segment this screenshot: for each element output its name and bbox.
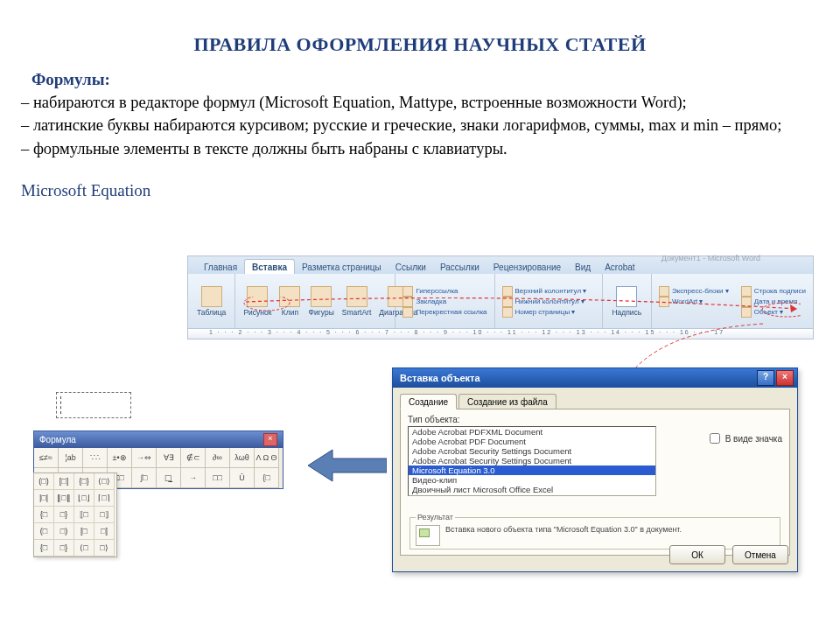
object-list-item[interactable]: Adobe Acrobat PDFXML Document (409, 427, 655, 437)
table-button[interactable]: Таблица (193, 286, 229, 317)
object-list-item[interactable]: Microsoft Equation 3.0 (409, 466, 655, 475)
formula-cell[interactable]: →⇔ (132, 448, 157, 468)
result-box: Результат Вставка нового объекта типа "M… (410, 513, 780, 550)
palette-cell[interactable]: ⟨□ (74, 540, 94, 556)
palette-cell[interactable]: [□] (54, 473, 74, 490)
formula-cell[interactable]: ∉⊂ (181, 448, 206, 468)
object-list-item[interactable]: Adobe Acrobat Security Settings Document (409, 446, 655, 456)
palette-cell[interactable]: (□) (34, 473, 54, 490)
bookmark-icon (402, 297, 413, 307)
formula-cell[interactable]: Û (230, 468, 255, 488)
dialog-tab-fromfile[interactable]: Создание из файла (458, 394, 556, 410)
bracket-palette: (□)[□]{□}⟨□⟩|□|‖□‖⌊□⌋⌈□⌉{□□}⟦□□⟧(□□)[□□]… (33, 472, 117, 557)
close-button[interactable]: × (263, 433, 277, 446)
object-button[interactable]: Объект ▾ (739, 307, 808, 318)
formula-cell[interactable]: → (181, 468, 206, 488)
textbox-button[interactable]: Надпись (608, 286, 646, 317)
equation-placeholder (56, 392, 131, 418)
tab-review[interactable]: Рецензирование (486, 260, 568, 274)
wordart-button[interactable]: WordArt ▾ (657, 297, 731, 307)
palette-cell[interactable]: ⟦□ (74, 507, 94, 523)
palette-cell[interactable]: {□ (34, 507, 54, 523)
formula-cell[interactable]: Λ Ω Θ (255, 448, 279, 468)
formula-cell[interactable]: □̲ (157, 468, 181, 488)
ms-equation-label: Microsoft Equation (0, 160, 840, 200)
header-button[interactable]: Верхний колонтитул ▾ (500, 286, 597, 297)
dialog-tab-create[interactable]: Создание (400, 394, 457, 410)
formula-cell[interactable]: ∵∴ (83, 448, 108, 468)
object-list-item[interactable]: Двоичный лист Microsoft Office Excel (409, 485, 655, 494)
shapes-button[interactable]: Фигуры (305, 286, 336, 317)
palette-cell[interactable]: [□ (74, 523, 94, 540)
palette-cell[interactable]: ‖□‖ (54, 490, 74, 507)
tab-mailings[interactable]: Рассылки (433, 260, 486, 274)
shapes-icon (311, 286, 332, 307)
object-list-item[interactable]: Диаграмма Microsoft Graph (409, 494, 655, 496)
datetime-button[interactable]: Дата и время (739, 297, 808, 307)
palette-cell[interactable]: {□} (74, 473, 94, 490)
palette-cell[interactable]: □) (54, 523, 74, 540)
object-type-list[interactable]: Adobe Acrobat PDFXML DocumentAdobe Acrob… (408, 426, 656, 496)
smartart-icon (346, 286, 368, 307)
formula-cell[interactable]: ≤≠≈ (34, 448, 59, 468)
palette-cell[interactable]: □⟩ (94, 540, 115, 556)
object-type-label: Тип объекта: (408, 415, 782, 424)
crossref-button[interactable]: Перекрестная ссылка (401, 307, 488, 318)
palette-cell[interactable]: □] (94, 523, 115, 540)
object-list-item[interactable]: Видео-клип (409, 475, 655, 485)
wordart-icon (659, 297, 669, 307)
object-icon (741, 307, 752, 318)
tab-view[interactable]: Вид (568, 260, 598, 274)
quickparts-button[interactable]: Экспресс-блоки ▾ (657, 286, 731, 297)
direction-arrow-icon (308, 446, 387, 485)
formula-cell[interactable]: ∀∃ (157, 448, 181, 468)
tab-insert[interactable]: Вставка (244, 259, 295, 275)
pagenum-button[interactable]: Номер страницы ▾ (500, 307, 597, 318)
palette-cell[interactable]: (□ (34, 523, 54, 540)
crossref-icon (402, 307, 413, 318)
formula-cell[interactable]: ¦ab (59, 448, 83, 468)
palette-cell[interactable]: |□| (34, 490, 54, 507)
page-title: ПРАВИЛА ОФОРМЛЕНИЯ НАУЧНЫХ СТАТЕЙ (0, 0, 840, 66)
quickparts-icon (659, 286, 669, 297)
help-button[interactable]: ? (757, 370, 774, 386)
palette-cell[interactable]: ⌊□⌋ (74, 490, 94, 507)
word-ribbon: Документ1 - Microsoft Word Главная Встав… (187, 256, 814, 340)
dialog-title: Вставка объекта (400, 373, 480, 383)
cancel-button[interactable]: Отмена (732, 545, 788, 564)
palette-cell[interactable]: □⟧ (94, 507, 115, 523)
document-title: Документ1 - Microsoft Word (662, 254, 760, 262)
tab-home[interactable]: Главная (197, 260, 244, 274)
clip-button[interactable]: Клип (276, 286, 303, 317)
tab-acrobat[interactable]: Acrobat (598, 260, 641, 274)
palette-cell[interactable]: ⟨□⟩ (94, 473, 115, 490)
picture-button[interactable]: Рисунок (241, 286, 274, 317)
pagenum-icon (502, 307, 513, 318)
object-list-item[interactable]: Adobe Acrobat Security Settings Document (409, 456, 655, 466)
object-list-item[interactable]: Adobe Acrobat PDF Document (409, 437, 655, 446)
smartart-button[interactable]: SmartArt (340, 286, 374, 317)
formula-cell[interactable]: ∫□ (132, 468, 157, 488)
formula-cell[interactable]: □□ (206, 468, 230, 488)
formula-cell[interactable]: λωθ (230, 448, 255, 468)
bookmark-button[interactable]: Закладка (401, 297, 488, 307)
clip-icon (279, 286, 300, 307)
signature-icon (741, 286, 752, 297)
picture-icon (247, 286, 268, 307)
footer-button[interactable]: Нижний колонтитул ▾ (500, 297, 597, 307)
palette-cell[interactable]: □} (54, 540, 74, 556)
dialog-close-button[interactable]: × (776, 370, 794, 386)
palette-cell[interactable]: □} (54, 507, 74, 523)
formula-cell[interactable]: ±•⊗ (108, 448, 132, 468)
ok-button[interactable]: ОК (669, 545, 725, 564)
rule-3: – формульные элементы в тексте должны бы… (0, 137, 840, 160)
palette-cell[interactable]: {□ (34, 540, 54, 556)
palette-cell[interactable]: ⌈□⌉ (94, 490, 115, 507)
hyperlink-button[interactable]: Гиперссылка (401, 286, 488, 297)
tab-layout[interactable]: Разметка страницы (295, 260, 388, 274)
signature-button[interactable]: Строка подписи (739, 286, 808, 297)
tab-references[interactable]: Ссылки (388, 260, 433, 274)
as-icon-checkbox[interactable]: В виде значка (706, 430, 782, 446)
formula-cell[interactable]: ∂∞ (206, 448, 230, 468)
formula-cell[interactable]: {□ (255, 468, 279, 488)
